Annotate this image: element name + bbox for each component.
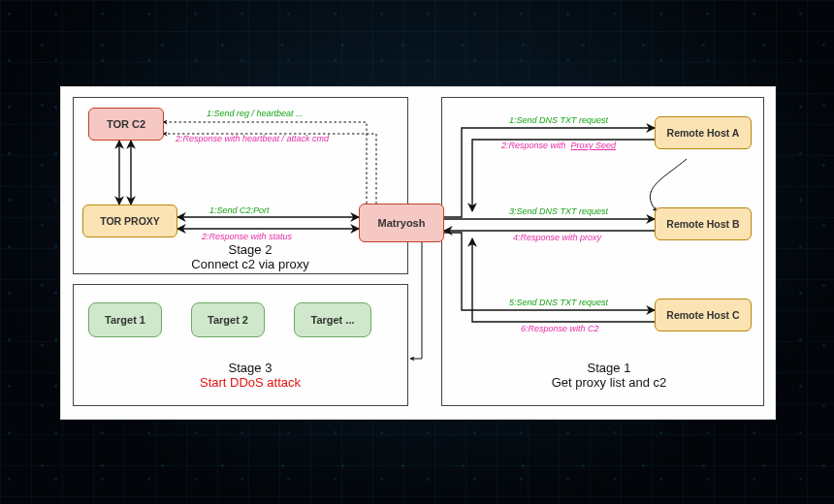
node-remote-host-c: Remote Host C <box>655 299 752 331</box>
node-label: TOR C2 <box>107 118 145 130</box>
node-remote-host-b: Remote Host B <box>655 207 752 240</box>
stage-title: Stage 3 <box>168 361 333 375</box>
stage-subtitle: Connect c2 via proxy <box>177 257 323 271</box>
diagram-canvas: Matryosh TOR C2 TOR PROXY Remote Host A … <box>60 86 776 420</box>
node-label: Target ... <box>310 314 354 326</box>
label-s1-resp-b: 4:Response with proxy <box>513 233 601 242</box>
node-tor-c2: TOR C2 <box>88 108 164 141</box>
stage3-title-block: Stage 3 Start DDoS attack <box>168 361 333 390</box>
node-matryosh: Matryosh <box>359 204 444 242</box>
label-s2-send-c2port: 1:Send C2:Port <box>209 205 270 215</box>
label-s2-resp-status: 2:Response with status <box>202 232 292 241</box>
stage1-title-block: Stage 1 Get proxy list and c2 <box>527 361 691 390</box>
stage-title: Stage 2 <box>177 242 323 257</box>
label-s1-req-b: 3:Send DNS TXT request <box>509 206 608 216</box>
stage2-title-block: Stage 2 Connect c2 via proxy <box>177 242 323 271</box>
node-label: Target 1 <box>105 314 145 326</box>
stage-subtitle: Get proxy list and c2 <box>527 375 691 390</box>
node-target-2: Target 2 <box>191 302 265 337</box>
label-s1-resp-c: 6:Response with C2 <box>521 324 599 333</box>
label-s1-req-a: 1:Send DNS TXT request <box>509 115 608 125</box>
node-label: TOR PROXY <box>100 215 160 227</box>
node-label: Remote Host A <box>667 127 740 139</box>
node-label: Matryosh <box>378 217 426 229</box>
node-label: Remote Host C <box>666 309 739 321</box>
label-s1-req-c: 5:Send DNS TXT request <box>509 298 608 307</box>
label-s2-req-heartbeat: 1:Send reg / heartbeat ... <box>207 109 304 118</box>
node-target-more: Target ... <box>294 302 371 337</box>
node-label: Remote Host B <box>666 218 739 230</box>
node-target-1: Target 1 <box>88 302 162 337</box>
stage-title: Stage 1 <box>527 361 691 375</box>
label-s2-resp-heartbeat: 2:Response with heartbeat / attack cmd <box>176 134 329 143</box>
node-tor-proxy: TOR PROXY <box>82 205 177 237</box>
node-label: Target 2 <box>208 314 248 326</box>
label-s1-resp-a: 2:Response with Proxy Seed <box>501 141 616 150</box>
stage-subtitle: Start DDoS attack <box>168 375 333 390</box>
node-remote-host-a: Remote Host A <box>655 116 752 149</box>
